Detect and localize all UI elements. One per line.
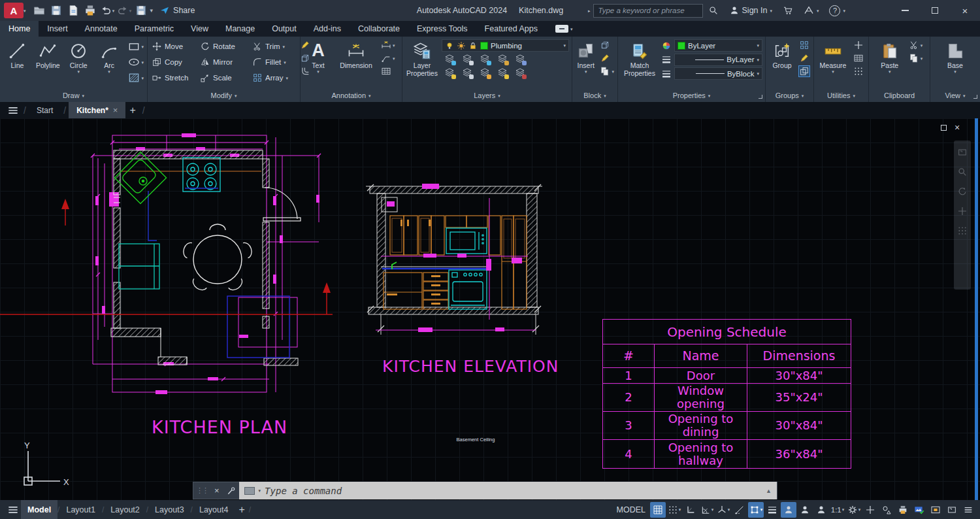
annotation-scale-value[interactable]: 1:1▾ (830, 502, 845, 518)
tab-express-tools[interactable]: Express Tools (408, 21, 476, 37)
new-drawing-button[interactable]: + (129, 105, 135, 116)
search-input[interactable]: Type a keyword or phrase (593, 4, 703, 18)
app-menu-caret[interactable]: ▾ (24, 9, 26, 12)
share-button[interactable]: Share (159, 5, 195, 16)
qsave-button[interactable] (133, 3, 149, 18)
workspace-settings-button[interactable]: ▾ (846, 502, 862, 518)
layer-off-button[interactable] (515, 67, 527, 79)
linetype-dropdown[interactable]: ByBlock▾ (674, 67, 762, 80)
cut-button[interactable]: ▾ (909, 40, 923, 50)
plot-status-button[interactable] (895, 502, 911, 518)
layer-thaw-icon[interactable] (457, 41, 466, 50)
measure-button[interactable]: Measure▾ (817, 39, 849, 89)
panel-label-clipboard[interactable]: Clipboard (869, 89, 930, 102)
paste-button[interactable]: Paste▾ (875, 39, 904, 89)
layer-unisolate-button[interactable] (462, 54, 474, 65)
tab-addins[interactable]: Add-ins (305, 21, 350, 37)
lineweight-icon[interactable] (661, 54, 672, 65)
object-snap-toggle[interactable]: ▾ (748, 502, 764, 518)
circle-button[interactable]: Circle▾ (64, 39, 93, 89)
snap-toggle[interactable]: ▾ (666, 502, 682, 518)
isolate-objects-button[interactable] (879, 502, 894, 518)
panel-label-modify[interactable]: Modify▾ (148, 89, 300, 102)
array-button[interactable]: Array▾ (252, 73, 298, 83)
isodraft-toggle[interactable]: ▾ (715, 502, 731, 518)
layer-isolate-button[interactable] (444, 54, 456, 65)
quick-calc-button[interactable] (853, 53, 864, 63)
command-line-customize-button[interactable] (223, 483, 239, 499)
panel-label-annotation[interactable]: Annotation▾ (301, 89, 402, 102)
layer-lock-icon[interactable] (468, 41, 478, 50)
autodesk-app-button[interactable]: ▾ (798, 5, 825, 16)
mirror-button[interactable]: Mirror (200, 57, 252, 67)
edit-block-button[interactable] (600, 53, 614, 63)
copy-button[interactable]: Copy (152, 57, 200, 67)
tab-manage[interactable]: Manage (217, 21, 263, 37)
edit-attributes-button[interactable]: ▾ (600, 66, 614, 76)
drawing-close-button[interactable]: × (955, 122, 960, 133)
group-button[interactable]: Group (768, 39, 796, 89)
model-space-button[interactable]: MODEL (617, 505, 645, 514)
panel-label-utilities[interactable]: Utilities▾ (814, 89, 868, 102)
layer-thaw-all-button[interactable] (480, 67, 491, 79)
text-button[interactable]: AText▾ (303, 39, 333, 89)
new-layout-button[interactable]: + (238, 504, 244, 516)
file-tab-start[interactable]: Start (29, 102, 61, 118)
id-point-button[interactable] (853, 66, 864, 76)
stretch-button[interactable]: Stretch (152, 73, 200, 83)
qat-customize-caret[interactable]: ▾ (150, 9, 154, 12)
leader-button[interactable]: ▾ (381, 53, 395, 63)
file-tabs-menu-button[interactable] (5, 103, 21, 118)
layout-tab-layout2[interactable]: Layout2 (104, 500, 146, 519)
tab-home[interactable]: Home (0, 21, 39, 37)
drawing-scrollbar[interactable] (975, 118, 978, 500)
layer-properties-button[interactable]: Layer Properties (405, 39, 439, 89)
base-view-button[interactable]: Base▾ (940, 39, 970, 89)
save-button[interactable] (48, 3, 64, 18)
linetype-icon[interactable] (661, 69, 672, 79)
rectangle-button[interactable]: ▾ (127, 40, 144, 53)
app-menu-button[interactable]: A (4, 3, 24, 18)
command-history-toggle[interactable]: ▲ (766, 488, 772, 494)
group-selection-toggle[interactable] (799, 66, 809, 76)
close-button[interactable]: × (950, 1, 980, 20)
redo-button[interactable]: ▾ (116, 3, 132, 18)
help-button[interactable]: ?▾ (824, 5, 851, 16)
command-line-grip[interactable]: ⋮⋮ (193, 486, 210, 495)
layer-make-current-button[interactable] (462, 67, 474, 79)
fullscreen-button[interactable] (944, 502, 960, 518)
layer-dropdown[interactable]: Plumbing ▾ (442, 39, 569, 52)
create-block-button[interactable] (600, 40, 614, 50)
polyline-button[interactable]: Polyline (33, 39, 63, 89)
file-tab-kitchen[interactable]: Kitchen*× (69, 102, 125, 118)
annotation-visibility-toggle[interactable] (781, 502, 796, 518)
maximize-button[interactable] (920, 1, 950, 20)
panel-label-layers[interactable]: Layers▾ (402, 89, 572, 102)
ellipse-button[interactable]: ▾ (127, 56, 144, 69)
trim-button[interactable]: Trim▾ (252, 41, 298, 52)
graphics-performance-button[interactable] (911, 502, 927, 518)
rotate-button[interactable]: Rotate (200, 41, 252, 52)
open-button[interactable] (31, 3, 47, 18)
object-color-dropdown[interactable]: ByLayer▾ (674, 39, 762, 52)
lineweight-toggle[interactable] (764, 502, 780, 518)
layout-tab-layout3[interactable]: Layout3 (148, 500, 190, 519)
ungroup-button[interactable] (799, 40, 809, 50)
layer-on-button[interactable] (444, 67, 456, 79)
polar-tracking-toggle[interactable]: ▾ (699, 502, 715, 518)
insert-block-button[interactable]: Insert▾ (575, 39, 596, 89)
panel-label-draw[interactable]: Draw▾ (0, 89, 147, 102)
panel-label-block[interactable]: Block▾ (572, 89, 617, 102)
layer-on-icon[interactable] (445, 41, 454, 50)
layer-freeze-button[interactable] (480, 54, 491, 65)
undo-button[interactable]: ▾ (99, 3, 115, 18)
color-wheel-icon[interactable] (661, 41, 672, 51)
properties-launcher[interactable] (759, 95, 762, 99)
plot-preview-button[interactable] (65, 3, 81, 18)
table-button[interactable] (381, 66, 395, 76)
copy-clip-button[interactable]: ▾ (909, 53, 923, 63)
object-snap-tracking-toggle[interactable] (732, 502, 747, 518)
layout-menu-button[interactable] (5, 502, 21, 518)
tab-insert[interactable]: Insert (39, 21, 76, 37)
file-tab-close-icon[interactable]: × (113, 105, 118, 115)
